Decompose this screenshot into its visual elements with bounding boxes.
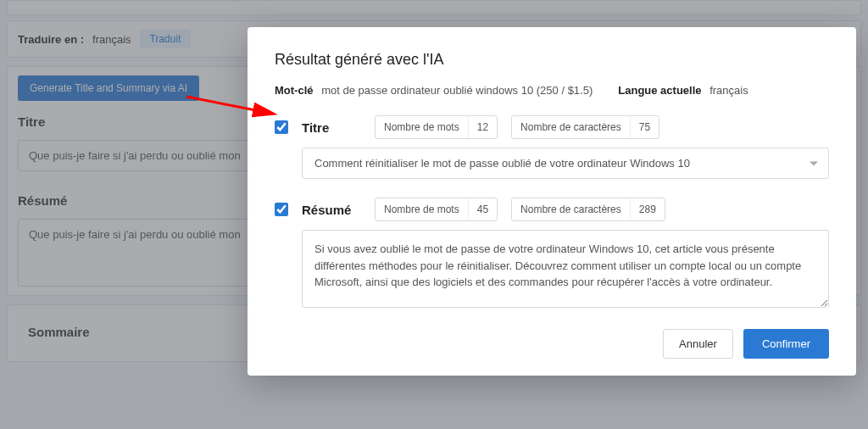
current-lang-label: Langue actuelle <box>618 84 701 97</box>
title-word-count: Nombre de mots 12 <box>375 115 498 139</box>
confirm-button[interactable]: Confirmer <box>743 329 829 359</box>
title-char-count: Nombre de caractères 75 <box>511 115 659 139</box>
modal-resume-section: Résumé Nombre de mots 45 Nombre de carac… <box>275 198 829 310</box>
cancel-button[interactable]: Annuler <box>663 329 733 359</box>
modal-title-section: Titre Nombre de mots 12 Nombre de caract… <box>275 115 829 179</box>
title-checkbox[interactable] <box>275 120 288 134</box>
resume-word-count: Nombre de mots 45 <box>375 198 498 221</box>
ai-result-modal: Résultat généré avec l'IA Mot-clé mot de… <box>248 27 856 376</box>
keyword-label: Mot-clé <box>275 84 314 97</box>
modal-meta-row: Mot-clé mot de passe ordinateur oublié w… <box>275 84 829 97</box>
resume-char-count: Nombre de caractères 289 <box>511 198 665 221</box>
resume-section-label: Résumé <box>302 203 361 217</box>
keyword-value: mot de passe ordinateur oublié windows 1… <box>321 84 593 97</box>
resume-textarea[interactable] <box>302 230 829 308</box>
title-select[interactable]: Comment réinitialiser le mot de passe ou… <box>302 148 829 179</box>
resume-checkbox[interactable] <box>275 203 288 216</box>
modal-footer: Annuler Confirmer <box>275 329 829 359</box>
current-lang-value: français <box>709 84 748 97</box>
modal-title: Résultat généré avec l'IA <box>275 51 829 69</box>
title-section-label: Titre <box>302 120 361 135</box>
